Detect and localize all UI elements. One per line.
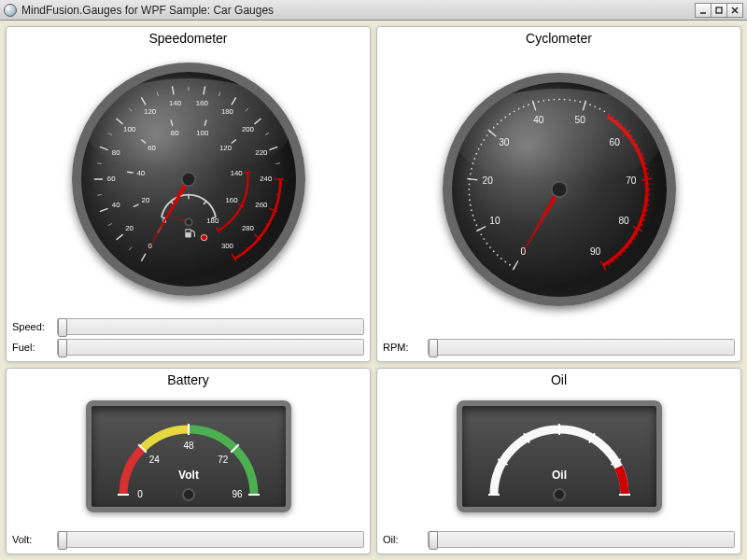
svg-point-150 xyxy=(644,162,646,164)
svg-point-107 xyxy=(473,158,475,160)
oil-slider-thumb[interactable] xyxy=(429,531,438,550)
svg-rect-1 xyxy=(716,7,722,13)
fuel-slider-row: Fuel: xyxy=(12,339,364,356)
svg-point-129 xyxy=(563,99,565,101)
svg-point-137 xyxy=(603,110,605,112)
svg-point-139 xyxy=(612,117,613,119)
svg-line-16 xyxy=(99,147,107,149)
cyclometer-gauge-wrap: 0102030405060708090 xyxy=(383,48,735,331)
svg-point-89 xyxy=(489,246,491,248)
fuel-slider[interactable] xyxy=(57,339,364,356)
svg-point-98 xyxy=(469,204,471,206)
minimize-button[interactable] xyxy=(695,3,712,18)
cyclometer-sliders: RPM: xyxy=(383,335,735,356)
svg-line-7 xyxy=(116,234,122,240)
svg-point-146 xyxy=(636,144,638,146)
svg-point-124 xyxy=(537,101,539,103)
volt-label: Volt: xyxy=(12,534,51,545)
svg-point-155 xyxy=(648,189,650,190)
svg-point-159 xyxy=(646,209,648,211)
svg-line-28 xyxy=(203,86,204,94)
svg-point-97 xyxy=(471,209,472,211)
oil-panel: Oil Oil Oil: xyxy=(376,368,741,554)
svg-text:240: 240 xyxy=(260,175,273,183)
svg-point-147 xyxy=(639,148,641,150)
svg-text:0: 0 xyxy=(137,489,143,499)
volt-slider[interactable] xyxy=(57,531,364,548)
oil-title: Oil xyxy=(383,372,735,387)
speedometer-panel: Speedometer 0204060801001201401601802002… xyxy=(6,26,371,362)
svg-line-180 xyxy=(487,130,495,136)
svg-point-102 xyxy=(468,183,470,185)
svg-point-118 xyxy=(508,113,510,115)
svg-point-112 xyxy=(486,134,487,136)
svg-point-100 xyxy=(468,194,470,196)
svg-line-33 xyxy=(245,108,247,112)
rpm-slider-thumb[interactable] xyxy=(429,339,438,357)
svg-text:60: 60 xyxy=(609,137,620,147)
svg-line-59 xyxy=(171,120,173,126)
svg-line-18 xyxy=(107,133,111,134)
svg-text:280: 280 xyxy=(241,224,254,232)
titlebar: MindFusion.Gauges for WPF Sample: Car Ga… xyxy=(0,0,747,21)
svg-point-90 xyxy=(486,243,487,245)
speedometer-title: Speedometer xyxy=(12,31,364,46)
oil-slider[interactable] xyxy=(428,531,735,548)
svg-point-82 xyxy=(201,234,206,240)
svg-point-106 xyxy=(472,162,473,164)
svg-point-152 xyxy=(647,173,649,175)
svg-point-218 xyxy=(554,489,565,500)
battery-title: Battery xyxy=(12,372,364,387)
svg-point-84 xyxy=(508,264,510,266)
svg-text:24: 24 xyxy=(148,455,160,465)
svg-point-195 xyxy=(551,182,567,198)
svg-text:20: 20 xyxy=(482,175,493,186)
svg-point-92 xyxy=(480,233,482,235)
volt-slider-row: Volt: xyxy=(12,531,364,548)
svg-point-94 xyxy=(475,224,477,226)
fuel-slider-thumb[interactable] xyxy=(58,339,67,357)
fuel-pump-icon xyxy=(185,229,194,237)
rpm-slider-row: RPM: xyxy=(383,339,735,356)
close-button[interactable] xyxy=(726,3,743,18)
svg-point-121 xyxy=(522,105,524,107)
rpm-slider[interactable] xyxy=(428,339,735,356)
svg-text:10: 10 xyxy=(489,216,500,226)
svg-point-111 xyxy=(483,139,485,141)
svg-text:80: 80 xyxy=(111,148,120,157)
oil-sliders: Oil: xyxy=(383,527,735,548)
svg-line-37 xyxy=(269,147,277,149)
oil-gauge: Oil xyxy=(457,400,662,512)
speed-slider-thumb[interactable] xyxy=(58,318,67,337)
maximize-button[interactable] xyxy=(711,3,727,18)
svg-text:100: 100 xyxy=(196,129,209,137)
svg-point-172 xyxy=(608,264,610,266)
svg-line-61 xyxy=(204,120,206,126)
svg-point-208 xyxy=(183,489,194,500)
cyclometer-panel: Cyclometer 0102030405060708090 RPM: xyxy=(376,26,741,362)
svg-point-149 xyxy=(642,158,644,160)
svg-line-63 xyxy=(231,139,235,143)
svg-point-116 xyxy=(500,119,501,121)
speed-slider[interactable] xyxy=(57,318,364,335)
svg-rect-77 xyxy=(186,230,190,232)
svg-text:160: 160 xyxy=(225,196,238,204)
battery-gauge-wrap: 024487296Volt xyxy=(12,389,364,524)
svg-text:260: 260 xyxy=(255,201,268,209)
volt-slider-thumb[interactable] xyxy=(58,531,67,550)
svg-point-109 xyxy=(477,148,479,150)
svg-point-130 xyxy=(569,99,571,101)
svg-point-138 xyxy=(608,113,610,115)
svg-point-105 xyxy=(471,168,472,170)
svg-line-36 xyxy=(265,133,269,134)
speed-slider-row: Speed: xyxy=(12,318,364,335)
svg-text:72: 72 xyxy=(218,455,229,465)
svg-text:300: 300 xyxy=(220,242,233,250)
svg-point-87 xyxy=(496,254,498,256)
svg-line-182 xyxy=(532,101,535,111)
svg-text:60: 60 xyxy=(148,144,156,152)
svg-point-110 xyxy=(480,144,482,146)
svg-line-12 xyxy=(97,194,102,195)
svg-point-151 xyxy=(646,168,648,170)
svg-text:90: 90 xyxy=(590,246,601,257)
